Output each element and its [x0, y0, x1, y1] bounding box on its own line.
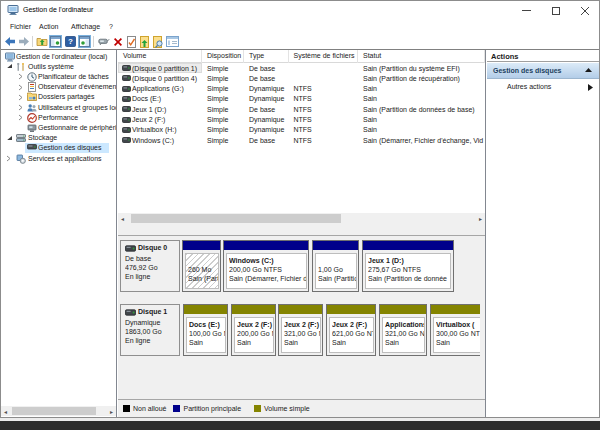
disk-management-pane: VolumeDispositionTypeSystème de fichiers… [118, 50, 486, 417]
chevron-collapsed-icon[interactable] [6, 155, 12, 161]
tree-item-outils-syst-me[interactable]: Outils système [1, 61, 116, 71]
cell-text: Simple [207, 137, 228, 144]
chevron-collapsed-icon[interactable] [18, 94, 24, 100]
cell-text: Simple [207, 75, 228, 82]
disk-label-disque-1[interactable]: Disque 1Dynamique1863,00 GoEn ligne [120, 304, 180, 356]
device-button[interactable] [97, 35, 110, 48]
disk-type: Dynamique [125, 318, 179, 327]
column-header-volume[interactable]: Volume [118, 50, 202, 63]
cell-text: Simple [207, 126, 228, 133]
actions-item-autres-actions[interactable]: Autres actions [487, 79, 599, 95]
scroll-right-icon[interactable]: ▸ [107, 406, 116, 416]
console-tree-button[interactable] [49, 35, 62, 48]
chevron-collapsed-icon[interactable] [18, 114, 24, 120]
up-level-icon [36, 36, 48, 47]
tree-item-dossiers-partag-s[interactable]: Dossiers partagés [1, 92, 116, 102]
partition-virtualbox[interactable]: Virtualbox (300,00 Go NTSain [430, 304, 480, 356]
chevron-collapsed-icon[interactable] [18, 104, 24, 110]
volume-row-disque-0-partition-4[interactable]: (Disque 0 partition 4)SimpleDe baseSain … [118, 73, 485, 83]
chevron-collapsed-icon[interactable] [18, 73, 24, 79]
partition-applications[interactable]: Applications321,00 Go NSain [379, 304, 427, 356]
menu-action[interactable]: Action [39, 23, 58, 30]
cell-text: Simple [207, 85, 228, 92]
tree-item-performance[interactable]: Performance [1, 112, 116, 122]
column-header-syst-me-de-fichiers[interactable]: Système de fichiers [289, 50, 359, 63]
legend-color-swatch [173, 405, 180, 412]
column-header-disposition[interactable]: Disposition [202, 50, 244, 63]
tree-item-services-et-applications[interactable]: Services et applications [1, 153, 116, 163]
cell-text: NTFS [294, 85, 312, 92]
cell-text: Dynamique [249, 95, 284, 102]
chevron-expanded-icon[interactable] [6, 63, 12, 69]
tree-item-observateur-d-v-nements[interactable]: Observateur d'événements [1, 82, 116, 92]
volume-row-disque-0-partition-1[interactable]: (Disque 0 partition 1)SimpleDe baseSain … [118, 63, 485, 73]
partition-jeux-2-f[interactable]: Jeux 2 (F:)321,00 Go NSain [278, 304, 323, 356]
scroll-left-icon[interactable]: ◂ [118, 213, 127, 224]
legend-color-swatch [254, 405, 261, 412]
tree-hscrollbar[interactable]: ◂▸ [1, 406, 116, 416]
up-level-button[interactable] [36, 35, 49, 48]
chevron-expanded-icon[interactable] [6, 135, 12, 141]
partition-size: 321,00 Go N [385, 329, 424, 338]
disk-label-disque-0[interactable]: Disque 0De base476,92 GoEn ligne [120, 240, 180, 292]
help-button[interactable]: ? [64, 35, 77, 48]
disk-row-disque-1: Disque 1Dynamique1863,00 GoEn ligneDocs … [118, 304, 485, 356]
close-button[interactable] [570, 1, 599, 20]
partition-1-00-go[interactable]: 1,00 GoSain (Partitio [312, 240, 359, 292]
chevron-collapsed-icon[interactable] [18, 84, 24, 90]
volume-row-jeux-1-d[interactable]: Jeux 1 (D:)SimpleDe baseNTFSSain (Partit… [118, 104, 485, 114]
tree-item-gestionnaire-de-p-riph-riques[interactable]: Gestionnaire de périphériques [1, 122, 116, 132]
partition-jeux-2-f[interactable]: Jeux 2 (F:)621,00 Go NTSain [326, 304, 376, 356]
scrollbar-thumb[interactable] [12, 407, 96, 415]
tree-item-gestion-de-l-ordinateur-local[interactable]: Gestion de l'ordinateur (local) [1, 51, 116, 61]
explore-button[interactable] [152, 35, 165, 48]
splitter[interactable] [118, 224, 485, 236]
volume-row-virtualbox-h[interactable]: Virtualbox (H:)SimpleDynamiqueNTFSSain [118, 125, 485, 135]
desktop: Gestion de l'ordinateur FichierActionAff… [0, 0, 600, 430]
properties-button[interactable] [125, 35, 138, 48]
volume-row-windows-c[interactable]: Windows (C:)SimpleDe baseNTFSSain (Démar… [118, 135, 485, 145]
partition-docs-e[interactable]: Docs (E:)100,00 Go NSain [183, 304, 228, 356]
tree-item-utilisateurs-et-groupes-locaux[interactable]: Utilisateurs et groupes locaux [1, 102, 116, 112]
action-pane-button[interactable] [78, 35, 91, 48]
partition-name: Virtualbox ( [436, 320, 480, 329]
column-header-type[interactable]: Type [244, 50, 289, 63]
partition-size: 621,00 Go NT [332, 329, 373, 338]
actions-section-header[interactable]: Gestion des disques [487, 63, 599, 79]
volume-row-applications-g[interactable]: Applications (G:)SimpleDynamiqueNTFSSain [118, 84, 485, 94]
volume-list-hscrollbar[interactable]: ◂ ▸ [118, 213, 485, 224]
scroll-left-icon[interactable]: ◂ [1, 406, 10, 416]
partition-260-mo[interactable]: 260 MoSain (Part [182, 240, 221, 292]
minimize-button[interactable] [512, 1, 541, 20]
scrollbar-thumb[interactable] [131, 214, 341, 223]
titlebar[interactable]: Gestion de l'ordinateur [1, 1, 599, 20]
volume-icon [122, 86, 131, 92]
forward-arrow-button[interactable] [17, 35, 30, 48]
menu-fichier[interactable]: Fichier [10, 23, 31, 30]
volume-row-docs-e[interactable]: Docs (E:)SimpleDynamiqueNTFSSain [118, 94, 485, 104]
menu-affichage[interactable]: Affichage [71, 23, 100, 30]
collapse-chevron-icon[interactable] [585, 68, 592, 73]
menu-?[interactable]: ? [109, 23, 113, 30]
open-folder-button[interactable] [138, 35, 151, 48]
cell-text: Simple [207, 95, 228, 102]
partition-type-band [224, 241, 308, 250]
partition-windows-c[interactable]: Windows (C:)200,00 Go NTFSSain (Démarrer… [223, 240, 309, 292]
tree-item-planificateur-de-t-ches[interactable]: Planificateur de tâches [1, 71, 116, 81]
submenu-arrow-icon [588, 84, 593, 91]
tree-item-stockage[interactable]: Stockage [1, 133, 116, 143]
cell-text: Jeux 1 (D:) [132, 106, 166, 113]
partition-jeux-2-f[interactable]: Jeux 2 (F:)200,00 Go NSain [231, 304, 276, 356]
scroll-right-icon[interactable]: ▸ [476, 213, 485, 224]
disposition-cell: Simple [202, 114, 244, 124]
maximize-button[interactable] [541, 1, 570, 20]
back-arrow-button[interactable] [3, 35, 16, 48]
statut-cell: Sain (Partition de données de base) [358, 104, 485, 114]
volume-row-jeux-2-f[interactable]: Jeux 2 (F:)SimpleDynamiqueNTFSSain [118, 114, 485, 124]
list-view-button[interactable] [166, 35, 179, 48]
delete-button[interactable] [111, 35, 124, 48]
tree-item-gestion-des-disques[interactable]: Gestion des disques [1, 143, 116, 153]
column-header-statut[interactable]: Statut [358, 50, 485, 63]
partition-jeux-1-d[interactable]: Jeux 1 (D:)275,67 Go NTFSSain (Partition… [362, 240, 454, 292]
type-cell: De base [244, 104, 289, 114]
